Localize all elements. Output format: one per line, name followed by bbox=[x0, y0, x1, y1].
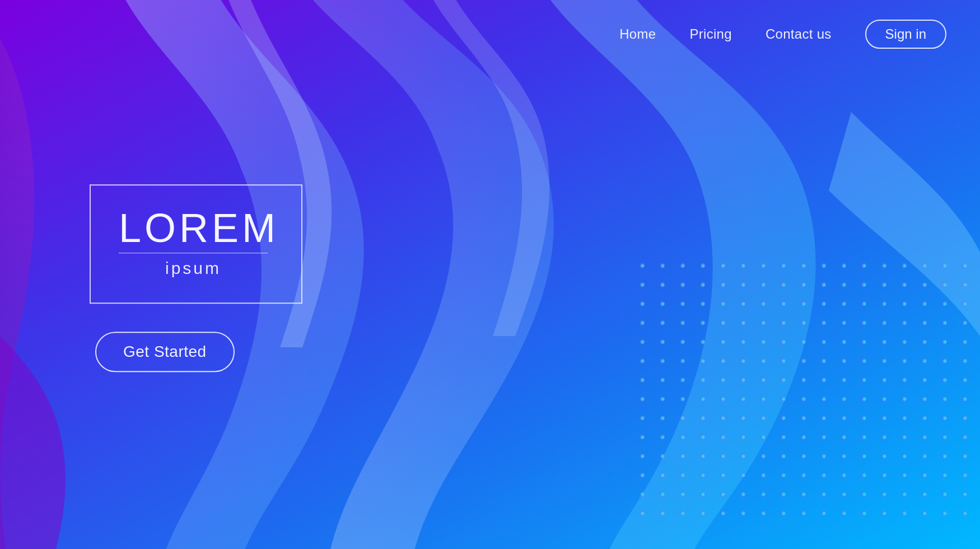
svg-point-127 bbox=[639, 396, 645, 402]
svg-point-179 bbox=[962, 434, 967, 440]
svg-point-128 bbox=[659, 396, 665, 402]
svg-point-80 bbox=[780, 339, 786, 345]
svg-point-203 bbox=[720, 472, 725, 478]
svg-point-232 bbox=[941, 491, 947, 497]
svg-point-7 bbox=[760, 263, 766, 268]
svg-point-4 bbox=[699, 263, 705, 268]
svg-point-6 bbox=[740, 263, 745, 268]
svg-point-64 bbox=[820, 320, 826, 325]
svg-point-220 bbox=[699, 491, 705, 497]
svg-point-247 bbox=[881, 510, 886, 515]
svg-point-27 bbox=[800, 282, 806, 287]
svg-point-11 bbox=[841, 263, 846, 268]
svg-point-166 bbox=[699, 434, 705, 440]
svg-point-186 bbox=[740, 453, 745, 459]
svg-point-212 bbox=[901, 472, 907, 478]
svg-point-116 bbox=[780, 377, 786, 383]
svg-point-41 bbox=[720, 301, 725, 306]
svg-point-217 bbox=[639, 491, 645, 497]
svg-point-142 bbox=[941, 396, 947, 402]
svg-point-2 bbox=[659, 263, 665, 268]
svg-point-37 bbox=[639, 301, 645, 306]
svg-point-62 bbox=[780, 320, 786, 325]
svg-point-135 bbox=[800, 396, 806, 402]
svg-point-148 bbox=[699, 415, 705, 421]
svg-point-184 bbox=[699, 453, 705, 459]
nav-pricing[interactable]: Pricing bbox=[689, 26, 731, 42]
svg-point-125 bbox=[962, 377, 967, 383]
svg-point-211 bbox=[881, 472, 886, 478]
svg-point-25 bbox=[760, 282, 766, 287]
svg-point-146 bbox=[659, 415, 665, 421]
svg-point-183 bbox=[679, 453, 685, 459]
svg-point-235 bbox=[639, 510, 645, 515]
svg-point-105 bbox=[921, 358, 927, 364]
svg-point-94 bbox=[699, 358, 705, 364]
svg-point-192 bbox=[861, 453, 866, 459]
svg-point-66 bbox=[861, 320, 866, 325]
svg-point-239 bbox=[720, 510, 725, 515]
svg-point-210 bbox=[861, 472, 866, 478]
svg-point-228 bbox=[861, 491, 866, 497]
svg-point-123 bbox=[921, 377, 927, 383]
svg-point-120 bbox=[861, 377, 866, 383]
svg-point-156 bbox=[861, 415, 866, 421]
svg-point-190 bbox=[820, 453, 826, 459]
svg-point-110 bbox=[659, 377, 665, 383]
svg-point-238 bbox=[699, 510, 705, 515]
svg-point-214 bbox=[941, 472, 947, 478]
svg-point-245 bbox=[841, 510, 846, 515]
signin-button[interactable]: Sign in bbox=[865, 20, 946, 49]
svg-point-163 bbox=[639, 434, 645, 440]
svg-point-174 bbox=[861, 434, 866, 440]
svg-point-46 bbox=[820, 301, 826, 306]
svg-point-177 bbox=[921, 434, 927, 440]
svg-point-21 bbox=[679, 282, 685, 287]
svg-point-119 bbox=[841, 377, 846, 383]
svg-point-92 bbox=[659, 358, 665, 364]
svg-point-31 bbox=[881, 282, 886, 287]
svg-point-136 bbox=[820, 396, 826, 402]
svg-point-28 bbox=[820, 282, 826, 287]
svg-point-187 bbox=[760, 453, 766, 459]
svg-point-97 bbox=[760, 358, 766, 364]
nav-home[interactable]: Home bbox=[619, 26, 656, 42]
svg-point-56 bbox=[659, 320, 665, 325]
svg-point-165 bbox=[679, 434, 685, 440]
svg-point-124 bbox=[941, 377, 947, 383]
svg-point-70 bbox=[941, 320, 947, 325]
svg-point-225 bbox=[800, 491, 806, 497]
svg-point-95 bbox=[720, 358, 725, 364]
svg-point-45 bbox=[800, 301, 806, 306]
svg-point-52 bbox=[941, 301, 947, 306]
svg-point-51 bbox=[921, 301, 927, 306]
svg-point-15 bbox=[921, 263, 927, 268]
svg-point-218 bbox=[659, 491, 665, 497]
svg-point-224 bbox=[780, 491, 786, 497]
svg-point-63 bbox=[800, 320, 806, 325]
svg-point-57 bbox=[679, 320, 685, 325]
svg-point-133 bbox=[760, 396, 766, 402]
svg-point-155 bbox=[841, 415, 846, 421]
svg-point-24 bbox=[740, 282, 745, 287]
svg-point-67 bbox=[881, 320, 886, 325]
svg-point-82 bbox=[820, 339, 826, 345]
get-started-button[interactable]: Get Started bbox=[95, 332, 235, 372]
svg-point-246 bbox=[861, 510, 866, 515]
svg-point-101 bbox=[841, 358, 846, 364]
svg-point-147 bbox=[679, 415, 685, 421]
svg-point-149 bbox=[720, 415, 725, 421]
svg-point-9 bbox=[800, 263, 806, 268]
svg-point-113 bbox=[720, 377, 725, 383]
svg-point-160 bbox=[941, 415, 947, 421]
nav-contact[interactable]: Contact us bbox=[766, 26, 832, 42]
svg-point-150 bbox=[740, 415, 745, 421]
svg-point-200 bbox=[659, 472, 665, 478]
svg-point-157 bbox=[881, 415, 886, 421]
svg-point-53 bbox=[962, 301, 967, 306]
svg-point-40 bbox=[699, 301, 705, 306]
svg-point-104 bbox=[901, 358, 907, 364]
svg-point-74 bbox=[659, 339, 665, 345]
page-wrapper: Home Pricing Contact us Sign in LOREM ip… bbox=[0, 0, 980, 549]
svg-point-173 bbox=[841, 434, 846, 440]
